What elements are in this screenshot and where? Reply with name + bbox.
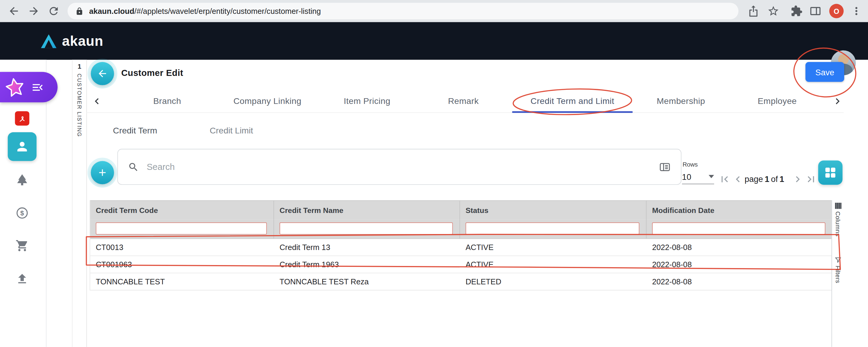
active-tab-underline	[512, 111, 632, 113]
add-button[interactable]	[91, 161, 114, 184]
padlock-icon	[75, 7, 84, 15]
column-header-status[interactable]: Status	[460, 201, 647, 220]
tab-remark[interactable]: Remark	[448, 96, 478, 106]
grid-icon	[825, 167, 836, 178]
subtab-credit-limit[interactable]: Credit Limit	[210, 126, 253, 135]
hierarchy-tree-icon[interactable]	[16, 173, 29, 186]
cell-status: ACTIVE	[460, 256, 647, 273]
columns-panel-label: Columns	[835, 212, 841, 237]
applet-vertical-label: CUSTOMER LISTING	[76, 73, 82, 137]
cell-status: ACTIVE	[460, 239, 647, 255]
browser-back-icon[interactable]	[8, 5, 20, 17]
browser-forward-icon[interactable]	[28, 5, 40, 17]
grid-view-button[interactable]	[818, 161, 843, 185]
prev-page-button[interactable]	[732, 173, 744, 185]
pdf-applet-button[interactable]	[15, 111, 30, 126]
table-row[interactable]: CT001963 Credit Term 1963 ACTIVE 2022-08…	[90, 256, 832, 273]
applet-label-strip: 1 CUSTOMER LISTING	[72, 60, 87, 347]
tabs-scroll-right-icon[interactable]	[832, 95, 844, 107]
filters-panel-label: Filters	[835, 266, 841, 283]
currency-icon[interactable]: $	[16, 206, 29, 220]
cell-credit-term-name: Credit Term 13	[274, 239, 460, 255]
cell-credit-term-name: Credit Term 1963	[274, 256, 460, 273]
filters-panel-button[interactable]: Filters	[832, 257, 844, 283]
chevron-down-icon	[709, 175, 714, 178]
upload-icon[interactable]	[16, 272, 29, 286]
sticker-star-icon[interactable]	[3, 75, 27, 99]
tabs-divider	[87, 112, 844, 113]
side-panel-icon[interactable]	[809, 5, 821, 17]
table-row[interactable]: TONNCABLE TEST TONNCABLE TEST Reza DELET…	[90, 273, 832, 290]
subtab-credit-term[interactable]: Credit Term	[113, 126, 157, 135]
save-button[interactable]: Save	[805, 62, 844, 82]
tab-branch[interactable]: Branch	[153, 96, 181, 106]
url-text: akaun.cloud/#/applets/wavelet/erp/entity…	[89, 7, 321, 15]
cart-icon[interactable]	[16, 239, 29, 252]
cell-credit-term-code: TONNCABLE TEST	[90, 273, 274, 290]
back-button[interactable]	[91, 62, 114, 85]
rows-per-page-select[interactable]: 10	[682, 169, 714, 184]
svg-text:$: $	[20, 209, 24, 217]
cell-status: DELETED	[460, 273, 647, 290]
cell-credit-term-name: TONNCABLE TEST Reza	[274, 273, 460, 290]
filter-input-credit-term-code[interactable]	[96, 222, 267, 234]
bookmark-star-icon[interactable]	[767, 5, 779, 17]
page-title: Customer Edit	[121, 68, 183, 78]
column-header-credit-term-code[interactable]: Credit Term Code	[90, 201, 274, 220]
table-side-panel: Columns Filters	[832, 200, 844, 347]
filter-funnel-icon	[835, 257, 841, 263]
arrow-left-icon	[97, 68, 108, 79]
plus-icon	[97, 167, 108, 178]
total-pages-number: 1	[780, 175, 784, 184]
cell-credit-term-code: CT0013	[90, 239, 274, 255]
first-page-button[interactable]	[718, 173, 731, 185]
columns-icon	[835, 202, 841, 209]
credit-term-table: Credit Term Code Credit Term Name Status…	[90, 200, 832, 290]
akaun-logo-text: akaun	[62, 33, 103, 49]
table-row[interactable]: CT0013 Credit Term 13 ACTIVE 2022-08-08	[90, 239, 832, 256]
menu-open-icon[interactable]	[31, 81, 44, 94]
current-page-number: 1	[765, 175, 769, 184]
search-icon	[128, 161, 139, 172]
screen: akaun.cloud/#/applets/wavelet/erp/entity…	[0, 0, 868, 347]
app-header: akaun	[0, 22, 868, 60]
column-header-credit-term-name[interactable]: Credit Term Name	[274, 201, 460, 220]
cell-credit-term-code: CT001963	[90, 256, 274, 273]
extensions-puzzle-icon[interactable]	[790, 5, 803, 17]
tab-employee[interactable]: Employee	[758, 96, 797, 106]
cell-modification-date: 2022-08-08	[647, 239, 832, 255]
customer-applet-button[interactable]	[8, 132, 37, 161]
search-box	[117, 149, 681, 185]
tab-item-pricing[interactable]: Item Pricing	[344, 96, 390, 106]
browser-menu-dots-icon[interactable]	[850, 5, 862, 17]
cell-modification-date: 2022-08-08	[647, 256, 832, 273]
search-input[interactable]	[146, 161, 659, 172]
next-page-button[interactable]	[792, 173, 804, 185]
filter-input-credit-term-name[interactable]	[280, 222, 453, 234]
browser-profile-avatar[interactable]: O	[829, 4, 844, 19]
rows-per-page-value: 10	[682, 172, 691, 181]
person-icon	[15, 139, 30, 154]
cell-modification-date: 2022-08-08	[647, 273, 832, 290]
tab-credit-term-and-limit[interactable]: Credit Term and Limit	[530, 96, 614, 106]
browser-toolbar: akaun.cloud/#/applets/wavelet/erp/entity…	[0, 0, 868, 23]
applet-nav-pill[interactable]	[0, 72, 58, 102]
last-page-button[interactable]	[805, 173, 817, 185]
columns-panel-button[interactable]: Columns	[832, 202, 844, 236]
column-header-modification-date[interactable]: Modification Date	[647, 201, 832, 220]
tab-company-linking[interactable]: Company Linking	[233, 96, 301, 106]
filter-input-modification-date[interactable]	[652, 222, 826, 234]
tab-membership[interactable]: Membership	[657, 96, 705, 106]
share-icon[interactable]	[747, 5, 760, 17]
akaun-logo[interactable]: akaun	[40, 33, 103, 49]
applet-index: 1	[78, 63, 81, 70]
page-indicator: page1of1	[744, 175, 786, 184]
filter-input-status[interactable]	[466, 222, 640, 234]
tabs-scroll-left-icon[interactable]	[91, 95, 103, 107]
browser-reload-icon[interactable]	[48, 5, 60, 17]
url-bar[interactable]: akaun.cloud/#/applets/wavelet/erp/entity…	[67, 3, 738, 19]
pdf-icon	[17, 114, 27, 124]
akaun-logo-icon	[40, 33, 57, 49]
table-filter-row	[90, 220, 832, 239]
table-view-icon[interactable]	[659, 161, 671, 173]
